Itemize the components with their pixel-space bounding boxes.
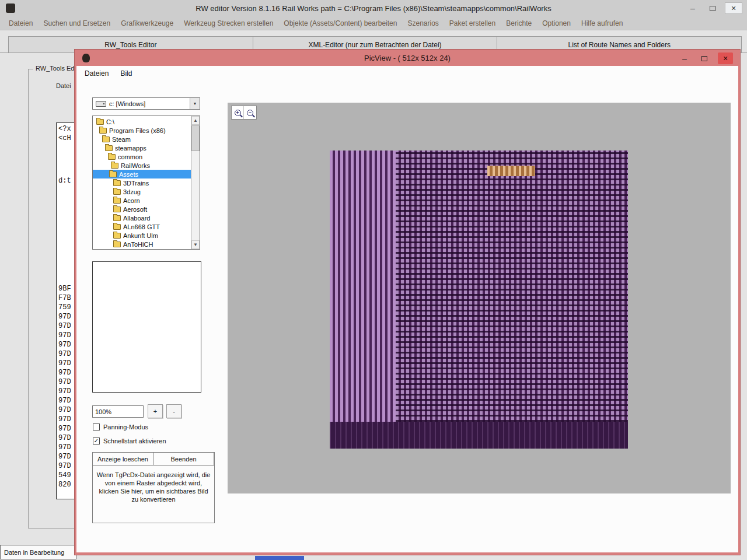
tree-item-steam[interactable]: Steam <box>93 135 191 144</box>
panning-mode-label: Panning-Modus <box>103 424 148 430</box>
zoom-increase-button[interactable]: + <box>148 404 163 418</box>
picview-menu-item-dateien[interactable]: Dateien <box>85 69 109 78</box>
menu-item-optionen[interactable]: Optionen <box>537 19 576 27</box>
folder-icon <box>102 136 110 142</box>
hex-line: 97D <box>58 396 71 405</box>
main-titlebar: RW editor Version 8.1.16 Rail Works path… <box>0 0 747 16</box>
zoom-percent-input[interactable]: 100% <box>92 405 144 418</box>
zoom-in-icon: + <box>235 110 241 116</box>
tree-item-allaboard[interactable]: Allaboard <box>93 214 191 222</box>
tree-item-aerosoft[interactable]: Aerosoft <box>93 205 191 214</box>
maximize-icon <box>710 6 715 11</box>
folder-icon <box>99 128 107 134</box>
tree-item-label: AnToHiCH <box>123 241 153 248</box>
quickstart-label: Schnellstart aktivieren <box>103 438 166 444</box>
tree-item-label: common <box>118 153 142 160</box>
tree-item-antohich[interactable]: AnToHiCH <box>93 240 191 249</box>
combobox-dropdown-button[interactable]: ▼ <box>190 98 200 109</box>
hex-line: 97D <box>58 312 71 321</box>
tree-item-ankunft-ulm[interactable]: Ankunft Ulm <box>93 231 191 240</box>
menu-item-suchen-und-ersetzen[interactable]: Suchen und Ersetzen <box>38 19 116 27</box>
hex-line: 820 <box>58 480 71 489</box>
hex-line: 97D <box>58 321 71 331</box>
scrollbar-thumb[interactable] <box>191 125 200 151</box>
status-message: Daten in Bearbeitung <box>0 545 76 559</box>
tree-item-aln668-gtt[interactable]: ALn668 GTT <box>93 222 191 231</box>
folder-icon <box>105 145 113 151</box>
scroll-down-button[interactable]: ▼ <box>191 240 200 249</box>
drive-combobox-value: c: [Windows] <box>109 100 190 107</box>
tree-item-3dtrains[interactable]: 3DTrains <box>93 178 191 187</box>
quit-button[interactable]: Beenden <box>153 452 214 466</box>
tree-item-label: C:\ <box>106 118 114 125</box>
quickstart-checkbox[interactable]: ✓ <box>93 438 100 444</box>
menu-item-objekte-assets-content-bearbeiten[interactable]: Objekte (Assets/Content) bearbeiten <box>278 19 402 27</box>
hex-line: 97D <box>58 443 71 452</box>
tree-item-railworks[interactable]: RailWorks <box>93 161 191 170</box>
picview-maximize-button[interactable] <box>698 53 711 64</box>
tree-item-program-files-x86[interactable]: Program Files (x86) <box>93 126 191 135</box>
texture-image <box>330 150 628 449</box>
texture-bottom-band <box>330 422 628 449</box>
tree-item-3dzug[interactable]: 3dzug <box>93 187 191 196</box>
hex-line: 97D <box>58 349 71 359</box>
hex-line: 97D <box>58 415 71 424</box>
picview-titlebar: PicView - ( 512x 512x 24) – × <box>75 50 740 66</box>
tree-item-label: Assets <box>119 171 138 178</box>
hex-line: 97D <box>58 340 71 349</box>
menu-item-hilfe-aufrufen[interactable]: Hilfe aufrufen <box>576 19 628 27</box>
drive-icon <box>96 101 106 107</box>
picview-menu-item-bild[interactable]: Bild <box>120 69 132 78</box>
tree-item-label: Ankunft Ulm <box>123 232 158 239</box>
folder-icon <box>111 163 118 169</box>
scroll-up-button[interactable]: ▲ <box>191 116 200 125</box>
folder-icon <box>113 198 121 204</box>
picview-window: PicView - ( 512x 512x 24) – × DateienBil… <box>75 50 740 555</box>
tree-item-label: 3DTrains <box>123 180 149 187</box>
texture-orange-patch <box>487 166 535 176</box>
panning-mode-checkbox[interactable] <box>93 424 100 430</box>
menu-item-berichte[interactable]: Berichte <box>501 19 537 27</box>
menu-item-paket-erstellen[interactable]: Paket erstellen <box>444 19 501 27</box>
menu-item-werkzeug-strecken-erstellen[interactable]: Werkzeug Strecken erstellen <box>179 19 278 27</box>
quickstart-checkbox-row: ✓ Schnellstart aktivieren <box>93 438 166 444</box>
main-window-title: RW editor Version 8.1.16 Rail Works path… <box>0 0 747 16</box>
menu-item-szenarios[interactable]: Szenarios <box>402 19 444 27</box>
tree-item-c[interactable]: C:\ <box>93 117 191 126</box>
zoom-out-button[interactable]: − <box>244 106 256 119</box>
tree-item-label: Steam <box>112 136 131 143</box>
texture-stripes-region <box>330 150 396 422</box>
tree-item-label: Allaboard <box>123 215 150 222</box>
picview-close-button[interactable]: × <box>718 52 733 64</box>
editor-line: <?x <box>58 125 71 133</box>
viewer-zoom-toolbar: + − <box>231 106 257 120</box>
menu-item-grafikwerkzeuge[interactable]: Grafikwerkzeuge <box>116 19 179 27</box>
folder-icon <box>113 215 121 221</box>
file-listbox[interactable] <box>92 261 201 393</box>
clear-display-button[interactable]: Anzeige loeschen <box>92 452 153 466</box>
taskbar-sliver <box>255 556 304 560</box>
hex-line: 97D <box>58 424 71 433</box>
folder-icon <box>108 154 116 160</box>
folder-icon <box>113 206 121 212</box>
directory-tree: C:\Program Files (x86)Steamsteamappscomm… <box>93 116 191 249</box>
main-close-button[interactable]: × <box>725 2 742 14</box>
menu-item-dateien[interactable]: Dateien <box>4 19 38 27</box>
image-viewer-area: + − <box>228 103 731 494</box>
tree-item-acorn[interactable]: Acorn <box>93 196 191 205</box>
zoom-decrease-button[interactable]: - <box>166 404 181 418</box>
screen: RW editor Version 8.1.16 Rail Works path… <box>0 0 747 560</box>
zoom-in-button[interactable]: + <box>232 106 244 119</box>
folder-icon <box>109 172 117 177</box>
hex-lines: 9BFF7B75997D97D97D97D97D97D97D97D97D97D9… <box>58 284 71 489</box>
picview-minimize-button[interactable]: – <box>678 53 691 64</box>
directory-listbox: C:\Program Files (x86)Steamsteamappscomm… <box>92 116 200 250</box>
main-maximize-button[interactable] <box>705 2 720 14</box>
tree-item-label: Aerosoft <box>123 206 147 213</box>
tree-item-steamapps[interactable]: steamapps <box>93 144 191 152</box>
tree-item-assets[interactable]: Assets <box>93 170 191 178</box>
main-minimize-button[interactable]: – <box>685 2 700 14</box>
tree-item-common[interactable]: common <box>93 152 191 161</box>
drive-combobox[interactable]: c: [Windows] ▼ <box>92 97 200 110</box>
hex-line: F7B <box>58 293 71 303</box>
